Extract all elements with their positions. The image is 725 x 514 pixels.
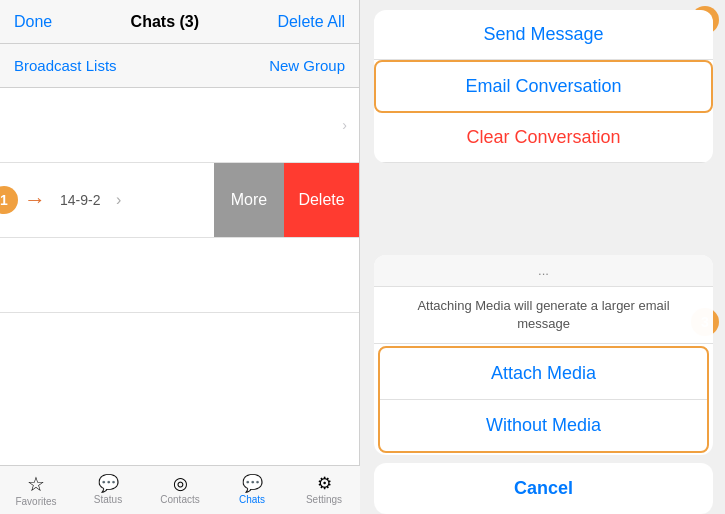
attach-media-button[interactable]: Attach Media xyxy=(380,348,707,400)
action-sheet: ... Attaching Media will generate a larg… xyxy=(374,255,713,514)
tab-settings[interactable]: ⚙ Settings xyxy=(288,466,360,514)
chat-list: › 1 → 14-9-2 › More Delete xyxy=(0,88,359,514)
tab-favorites[interactable]: ☆ Favorites xyxy=(0,466,72,514)
chat-date-label: 14-9-2 xyxy=(60,192,100,208)
email-conversation-option[interactable]: Email Conversation xyxy=(376,62,711,111)
delete-button[interactable]: Delete xyxy=(284,163,359,237)
delete-all-button[interactable]: Delete All xyxy=(277,13,345,31)
context-menu: Send Message Email Conversation Clear Co… xyxy=(374,10,713,163)
action-sheet-message: Attaching Media will generate a larger e… xyxy=(374,287,713,344)
left-panel: Done Chats (3) Delete All Broadcast List… xyxy=(0,0,360,514)
contacts-icon: ◎ xyxy=(173,475,188,492)
done-button[interactable]: Done xyxy=(14,13,52,31)
broadcast-lists-link[interactable]: Broadcast Lists xyxy=(14,57,117,74)
tab-chats[interactable]: 💬 Chats xyxy=(216,466,288,514)
tab-status[interactable]: 💬 Status xyxy=(72,466,144,514)
cancel-button[interactable]: Cancel xyxy=(374,463,713,514)
email-conversation-highlight: Email Conversation xyxy=(374,60,713,113)
right-panel: 2 Send Message Email Conversation Clear … xyxy=(362,0,725,514)
table-row-swiped[interactable]: 1 → 14-9-2 › More Delete xyxy=(0,163,359,238)
tab-label-status: Status xyxy=(94,494,122,505)
table-row[interactable] xyxy=(0,238,359,313)
swipe-action-buttons: More Delete xyxy=(214,163,359,237)
more-button[interactable]: More xyxy=(214,163,284,237)
table-row[interactable]: › xyxy=(0,88,359,163)
tab-label-favorites: Favorites xyxy=(15,496,56,507)
step-badge-1: 1 xyxy=(0,186,18,214)
clear-conversation-option[interactable]: Clear Conversation xyxy=(374,113,713,163)
tab-label-contacts: Contacts xyxy=(160,494,199,505)
action-sheet-partial-row: ... xyxy=(374,255,713,287)
settings-icon: ⚙ xyxy=(317,475,332,492)
action-sheet-highlight-box: Attach Media Without Media xyxy=(378,346,709,453)
new-group-link[interactable]: New Group xyxy=(269,57,345,74)
tab-contacts[interactable]: ◎ Contacts xyxy=(144,466,216,514)
status-icon: 💬 xyxy=(98,475,119,492)
row-chevron-icon: › xyxy=(116,191,121,209)
tab-bar: ☆ Favorites 💬 Status ◎ Contacts 💬 Chats … xyxy=(0,465,360,514)
without-media-button[interactable]: Without Media xyxy=(380,400,707,451)
send-message-option[interactable]: Send Message xyxy=(374,10,713,60)
action-sheet-body: ... Attaching Media will generate a larg… xyxy=(374,255,713,455)
tab-label-settings: Settings xyxy=(306,494,342,505)
tab-label-chats: Chats xyxy=(239,494,265,505)
action-sheet-cancel: Cancel xyxy=(374,463,713,514)
chevron-icon: › xyxy=(342,117,347,133)
chats-icon: 💬 xyxy=(242,475,263,492)
sub-bar: Broadcast Lists New Group xyxy=(0,44,359,88)
swipe-arrow-icon: → xyxy=(24,187,46,213)
top-bar: Done Chats (3) Delete All xyxy=(0,0,359,44)
favorites-icon: ☆ xyxy=(27,474,45,494)
chats-title: Chats (3) xyxy=(131,13,199,31)
